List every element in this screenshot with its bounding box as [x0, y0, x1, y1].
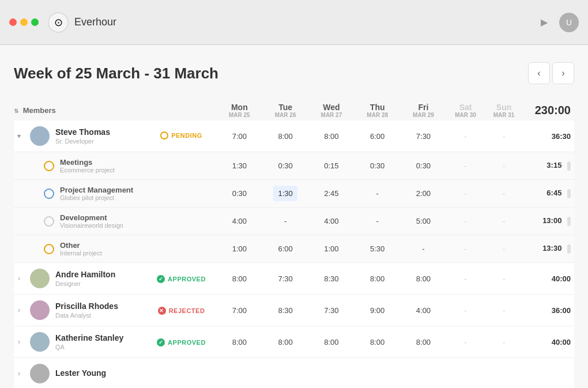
member-sun[interactable]: - [485, 263, 523, 295]
subtask-status [146, 152, 217, 180]
subtask-mon[interactable]: 4:00 [216, 208, 262, 235]
member-name: Katherine Stanley [55, 333, 123, 342]
fri-col-header: Fri MAR 29 [401, 100, 447, 120]
subtask-sun[interactable]: - [485, 208, 523, 235]
subtask-fri[interactable]: 5:00 [401, 208, 447, 235]
subtask-row: Development Visionaireworld design 4:00 … [14, 208, 574, 235]
member-sun[interactable]: - [485, 120, 523, 152]
member-fri[interactable]: 7:30 [401, 120, 447, 152]
member-name-block: Katherine Stanley QA [55, 333, 123, 351]
member-role: QA [55, 344, 123, 351]
expand-button[interactable]: › [14, 338, 24, 346]
close-button[interactable] [9, 18, 17, 26]
member-tue[interactable] [262, 358, 308, 389]
member-name: Andre Hamilton [55, 270, 115, 279]
subtask-sun[interactable]: - [485, 152, 523, 180]
member-fri[interactable] [401, 358, 447, 389]
member-wed[interactable]: 7:30 [308, 295, 355, 326]
status-badge: PENDING [160, 131, 202, 140]
member-thu[interactable]: 6:00 [355, 120, 401, 152]
member-wed[interactable]: 8:00 [308, 120, 355, 152]
subtask-tue[interactable]: - [262, 208, 308, 235]
member-fri[interactable]: 8:00 [401, 326, 447, 358]
member-tue[interactable]: 7:30 [262, 263, 308, 295]
member-sat[interactable]: - [446, 295, 484, 326]
status-badge: ✕ REJECTED [158, 307, 205, 315]
subtask-cell: Project Management Globex pilot project [14, 180, 146, 208]
subtask-thu[interactable]: 0:30 [355, 152, 401, 180]
sat-col-header: Sat MAR 30 [446, 100, 484, 120]
subtask-sat[interactable]: - [446, 180, 484, 208]
member-thu[interactable]: 8:00 [355, 263, 401, 295]
member-tue[interactable]: 8:00 [262, 326, 308, 358]
member-mon[interactable]: 8:00 [216, 263, 262, 295]
member-avatar [30, 364, 50, 383]
member-sun[interactable]: - [485, 295, 523, 326]
play-button[interactable]: ▶ [536, 14, 552, 31]
member-sat[interactable]: - [446, 263, 484, 295]
member-thu[interactable]: 9:00 [355, 295, 401, 326]
user-avatar-titlebar[interactable]: U [559, 13, 579, 32]
member-avatar [30, 332, 50, 352]
subtask-sat[interactable]: - [446, 208, 484, 235]
subtask-thu[interactable]: - [355, 208, 401, 235]
subtask-fri[interactable]: 0:30 [401, 152, 447, 180]
expand-button[interactable]: ▾ [14, 132, 24, 140]
subtask-status [146, 180, 217, 208]
subtask-mon[interactable]: 1:30 [216, 152, 262, 180]
subtask-sun[interactable]: - [485, 180, 523, 208]
member-sat[interactable]: - [446, 326, 484, 358]
member-mon[interactable]: 7:00 [216, 120, 262, 152]
member-wed[interactable]: 8:30 [308, 263, 355, 295]
member-name: Priscilla Rhodes [55, 302, 118, 311]
expand-button[interactable]: › [14, 370, 24, 378]
subtask-row: Project Management Globex pilot project … [14, 180, 574, 208]
member-fri[interactable]: 4:00 [401, 295, 447, 326]
subtask-wed[interactable]: 1:00 [308, 235, 355, 263]
subtask-tue[interactable]: 1:30 [262, 180, 308, 208]
member-thu[interactable] [355, 358, 401, 389]
members-col-header[interactable]: ⇅ Members [14, 100, 146, 120]
subtask-total: 13:00 [523, 208, 574, 235]
member-mon[interactable]: 7:00 [216, 295, 262, 326]
title-bar: ⊙ Everhour ▶ U [0, 0, 588, 45]
subtask-name-block: Other Internal project [60, 241, 102, 257]
subtask-mon[interactable]: 1:00 [216, 235, 262, 263]
next-week-button[interactable]: › [552, 62, 574, 84]
status-dot-icon [160, 131, 168, 140]
subtask-fri[interactable]: 2:00 [401, 180, 447, 208]
expand-button[interactable]: › [14, 306, 24, 314]
subtask-wed[interactable]: 4:00 [308, 208, 355, 235]
member-total: 40:00 [523, 263, 574, 295]
subtask-wed[interactable]: 0:15 [308, 152, 355, 180]
member-sat[interactable]: - [446, 120, 484, 152]
member-status [146, 358, 217, 389]
member-sun[interactable]: - [485, 326, 523, 358]
member-fri[interactable]: 8:00 [401, 263, 447, 295]
subtask-sun[interactable]: - [485, 235, 523, 263]
subtask-tue[interactable]: 6:00 [262, 235, 308, 263]
member-sat[interactable] [446, 358, 484, 389]
subtask-tue[interactable]: 0:30 [262, 152, 308, 180]
member-mon[interactable]: 8:00 [216, 326, 262, 358]
subtask-project: Visionaireworld design [60, 222, 123, 229]
subtask-mon[interactable]: 0:30 [216, 180, 262, 208]
subtask-sat[interactable]: - [446, 235, 484, 263]
member-wed[interactable]: 8:00 [308, 326, 355, 358]
maximize-button[interactable] [31, 18, 39, 26]
prev-week-button[interactable]: ‹ [528, 62, 550, 84]
member-thu[interactable]: 8:00 [355, 326, 401, 358]
member-sun[interactable] [485, 358, 523, 389]
expand-button[interactable]: › [14, 274, 24, 282]
subtask-thu[interactable]: - [355, 180, 401, 208]
member-role: Data Analyst [55, 312, 118, 319]
minimize-button[interactable] [20, 18, 28, 26]
subtask-thu[interactable]: 5:30 [355, 235, 401, 263]
subtask-wed[interactable]: 2:45 [308, 180, 355, 208]
subtask-fri[interactable]: - [401, 235, 447, 263]
member-tue[interactable]: 8:30 [262, 295, 308, 326]
member-wed[interactable] [308, 358, 355, 389]
member-tue[interactable]: 8:00 [262, 120, 308, 152]
member-mon[interactable] [216, 358, 262, 389]
subtask-sat[interactable]: - [446, 152, 484, 180]
